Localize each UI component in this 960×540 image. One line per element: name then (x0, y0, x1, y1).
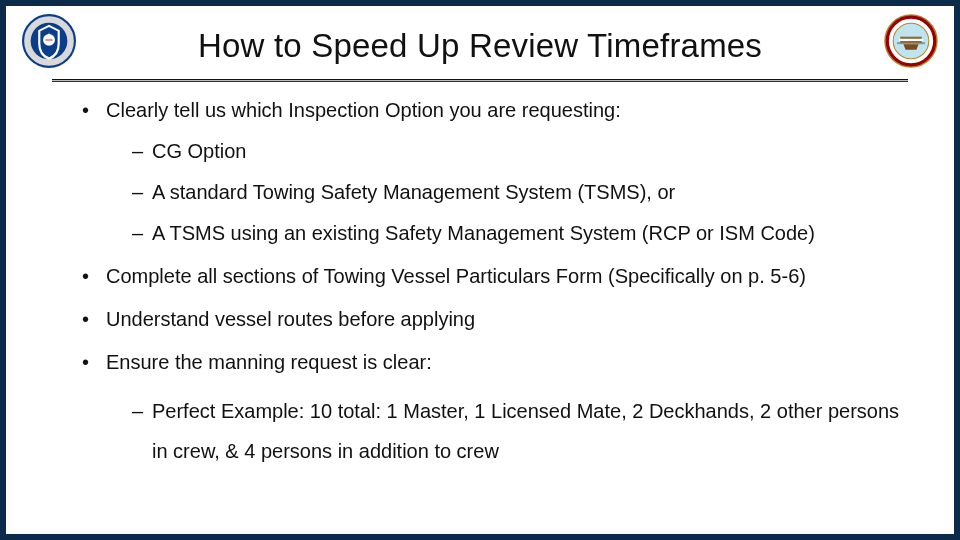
sub-bullet-text: Perfect Example: 10 total: 1 Master, 1 L… (152, 400, 899, 462)
bullet-text: Understand vessel routes before applying (106, 308, 475, 330)
bullet-item: Clearly tell us which Inspection Option … (82, 98, 908, 246)
sub-bullet-item: CG Option (132, 139, 908, 164)
slide-header: How to Speed Up Review Timeframes (52, 12, 908, 80)
sub-bullet-text: CG Option (152, 140, 246, 162)
bullet-text: Complete all sections of Towing Vessel P… (106, 265, 806, 287)
slide: How to Speed Up Review Timeframes Clearl… (0, 0, 960, 540)
sub-bullet-text: A standard Towing Safety Management Syst… (152, 181, 675, 203)
bullet-text: Clearly tell us which Inspection Option … (106, 99, 621, 121)
slide-title: How to Speed Up Review Timeframes (52, 27, 908, 65)
slide-content: Clearly tell us which Inspection Option … (52, 80, 908, 471)
header-rule (52, 79, 908, 82)
bullet-item: Understand vessel routes before applying (82, 307, 908, 332)
sub-bullet-text: A TSMS using an existing Safety Manageme… (152, 222, 815, 244)
sub-bullet-item: A standard Towing Safety Management Syst… (132, 180, 908, 205)
dhs-seal-icon (22, 14, 76, 68)
bullet-item: Complete all sections of Towing Vessel P… (82, 264, 908, 289)
svg-rect-8 (899, 39, 923, 41)
uscg-sector-seal-icon (884, 14, 938, 68)
bullet-text: Ensure the manning request is clear: (106, 351, 432, 373)
sub-bullet-item: Perfect Example: 10 total: 1 Master, 1 L… (132, 391, 908, 471)
bullet-item: Ensure the manning request is clear: Per… (82, 350, 908, 471)
sub-bullet-item: A TSMS using an existing Safety Manageme… (132, 221, 908, 246)
